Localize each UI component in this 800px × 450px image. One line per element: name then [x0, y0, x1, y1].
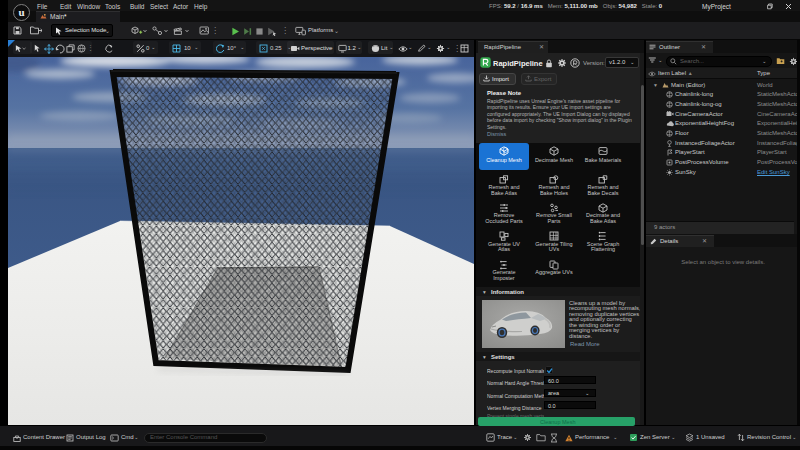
svg-text:u: u — [18, 6, 24, 18]
